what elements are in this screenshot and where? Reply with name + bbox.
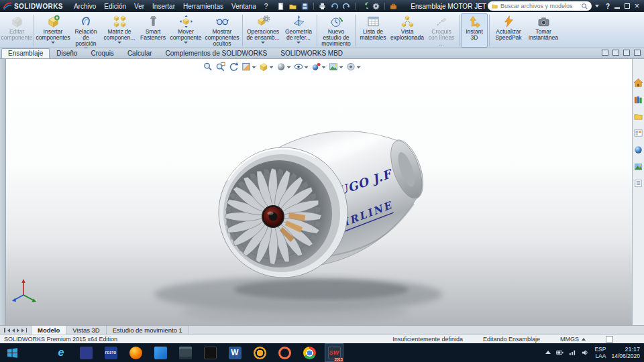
chrome-icon[interactable] — [301, 344, 318, 361]
open-icon[interactable] — [288, 1, 298, 11]
units-label[interactable]: MMGS — [560, 336, 579, 343]
menu-archivo[interactable]: Archivo — [70, 1, 100, 11]
redo-icon[interactable] — [341, 1, 352, 11]
last-tab-icon[interactable] — [26, 328, 28, 333]
firefox-icon[interactable] — [127, 344, 144, 361]
menu-ventana[interactable]: Ventana — [227, 1, 260, 11]
show-hidden-icons-icon[interactable] — [545, 351, 551, 354]
scenes-icon[interactable] — [633, 162, 643, 172]
next-tab-icon[interactable] — [17, 328, 19, 333]
ribbon-button-lista-de-materiales[interactable]: Lista de materiales — [357, 13, 389, 48]
ribbon-button-editar-componente[interactable]: Editar componente — [1, 13, 32, 48]
media-app-icon[interactable] — [276, 344, 293, 361]
first-tab-icon[interactable] — [7, 328, 10, 333]
chevron-down-icon[interactable] — [51, 42, 55, 44]
settings-icon[interactable] — [251, 344, 268, 361]
tab-ensamblaje[interactable]: Ensamblaje — [1, 48, 50, 58]
chevron-down-icon[interactable] — [297, 42, 301, 44]
chevron-down-icon[interactable] — [286, 66, 290, 68]
menu-ver[interactable]: Ver — [130, 1, 148, 11]
close-icon[interactable]: × — [635, 3, 639, 9]
last-tab-icon[interactable] — [21, 328, 24, 333]
network-icon[interactable] — [569, 349, 576, 356]
pane-split-icon[interactable] — [602, 50, 608, 56]
pinned-app-icon[interactable] — [77, 344, 95, 361]
doc-tab-modelo[interactable]: Modelo — [32, 326, 66, 335]
search-scope-folder-icon[interactable] — [491, 3, 498, 9]
chevron-down-icon[interactable] — [117, 42, 121, 44]
word-icon[interactable]: W — [226, 344, 244, 361]
doc-tab-vistas-3d[interactable]: Vistas 3D — [66, 326, 106, 335]
section-view-icon[interactable] — [240, 62, 256, 72]
ribbon-button-relacion-de-posicion[interactable]: Relación de posición — [70, 13, 101, 48]
console-icon[interactable] — [201, 344, 219, 361]
options-icon[interactable] — [371, 1, 381, 11]
battery-icon[interactable] — [556, 349, 564, 356]
maximize-icon[interactable] — [625, 3, 630, 9]
ribbon-button-mover-componente[interactable]: Mover componente — [168, 13, 203, 48]
view-palette-icon[interactable] — [633, 128, 643, 138]
clock[interactable]: 21:17 14/06/2020 — [611, 346, 640, 360]
ribbon-button-croquis-con-lineas[interactable]: Croquis con líneas ... — [425, 13, 458, 48]
tab-calcular[interactable]: Calcular — [121, 48, 159, 58]
save-icon[interactable] — [300, 1, 310, 11]
file-manager-icon[interactable] — [176, 344, 194, 361]
custom-properties-icon[interactable] — [633, 178, 643, 188]
tab-complementos-solidworks[interactable]: Complementos de SOLIDWORKS — [159, 48, 274, 58]
appearances-icon[interactable] — [633, 145, 643, 155]
chevron-down-icon[interactable] — [339, 66, 343, 68]
start-button[interactable] — [0, 343, 24, 362]
menu-edicion[interactable]: Edición — [100, 1, 130, 11]
ribbon-button-instant-3d[interactable]: Instant 3D — [461, 13, 488, 48]
home-icon[interactable] — [633, 78, 643, 88]
solidworks-taskbar-icon[interactable]: SW2015 — [325, 344, 343, 361]
festo-app-icon[interactable]: FESTO — [102, 344, 119, 361]
display-style-icon[interactable] — [275, 62, 291, 72]
volume-icon[interactable] — [582, 349, 589, 356]
ribbon-button-tomar-instantanea[interactable]: Tomar instantánea — [526, 13, 561, 48]
undo-icon[interactable] — [329, 1, 339, 11]
doc-tab-estudio-de-movimiento[interactable]: Estudio de movimiento 1 — [107, 326, 189, 335]
chevron-down-icon[interactable] — [269, 66, 273, 68]
ribbon-button-mostrar-componentes-ocultos[interactable]: Mostrar componentes ocultos — [203, 13, 241, 48]
ribbon-button-insertar-componentes[interactable]: Insertar componentes — [36, 13, 70, 48]
help-icon[interactable]: ? — [606, 3, 610, 10]
rebuild-icon[interactable] — [359, 1, 369, 11]
graphics-area[interactable]: HUGO J.F AIRLINE — [6, 59, 632, 325]
edge-icon[interactable]: e — [52, 344, 70, 361]
previous-tab-icon[interactable] — [12, 328, 15, 333]
chevron-down-icon[interactable] — [261, 42, 265, 44]
previous-view-icon[interactable] — [227, 62, 239, 72]
tab-diseno[interactable]: Diseño — [50, 48, 84, 58]
ribbon-button-geometria-de-referencia[interactable]: Geometría de refer... — [282, 13, 315, 48]
ribbon-button-matriz-de-componentes[interactable]: Matriz de componen... — [101, 13, 138, 48]
search-dropdown-icon[interactable] — [595, 5, 599, 7]
file-explorer-icon[interactable] — [633, 111, 643, 121]
chevron-down-icon[interactable] — [321, 66, 325, 68]
language-indicator[interactable]: ESP LAA — [594, 346, 606, 359]
view-orientation-icon[interactable] — [258, 62, 274, 72]
pinned-app-icon[interactable] — [152, 344, 169, 361]
chevron-down-icon[interactable] — [356, 66, 360, 68]
ribbon-button-operaciones-de-ensamblaje[interactable]: Operaciones de ensamb... — [244, 13, 282, 48]
ribbon-button-vista-explosionada[interactable]: Vista explosionada — [389, 13, 425, 48]
view-settings-icon[interactable] — [345, 62, 361, 72]
tab-croquis[interactable]: Croquis — [84, 48, 120, 58]
ribbon-button-nuevo-estudio-de-movimiento[interactable]: Nuevo estudio de movimiento — [319, 13, 354, 48]
new-icon[interactable] — [276, 1, 286, 11]
chevron-down-icon[interactable] — [184, 42, 188, 44]
menu-insertar[interactable]: Insertar — [148, 1, 179, 11]
apply-scene-icon[interactable] — [327, 62, 343, 72]
minimize-icon[interactable] — [614, 3, 620, 9]
edit-appearance-icon[interactable] — [310, 62, 326, 72]
chevron-up-icon[interactable] — [582, 338, 586, 341]
pane-maximize-icon[interactable] — [623, 50, 630, 56]
search-box[interactable] — [488, 1, 592, 11]
search-icon[interactable] — [581, 3, 588, 10]
menu-ayuda[interactable]: ? — [260, 1, 272, 11]
tab-solidworks-mbd[interactable]: SOLIDWORKS MBD — [274, 48, 350, 58]
engine-3d-model[interactable]: HUGO J.F AIRLINE — [6, 59, 632, 325]
pane-close-icon[interactable] — [634, 50, 641, 56]
ribbon-button-smart-fasteners[interactable]: Smart Fasteners — [138, 13, 168, 48]
design-library-icon[interactable] — [633, 95, 643, 105]
